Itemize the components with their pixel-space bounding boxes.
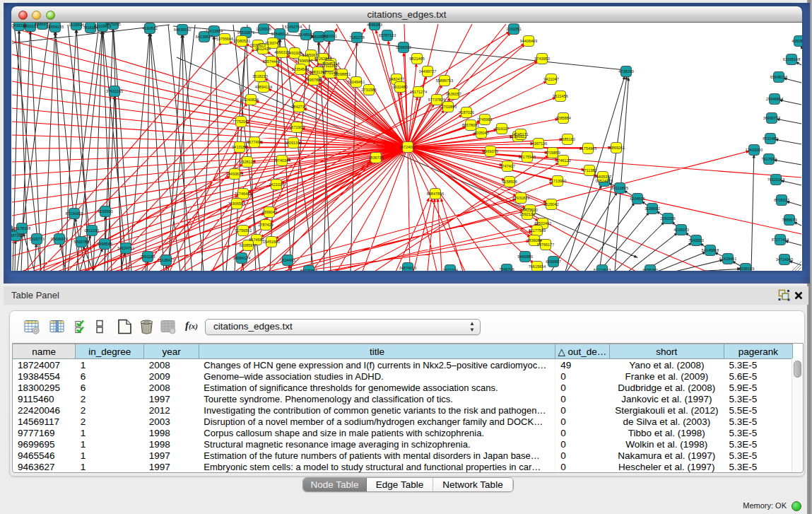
svg-text:4060883: 4060883 (792, 39, 802, 43)
svg-text:61595148: 61595148 (783, 57, 800, 62)
svg-text:34957885: 34957885 (305, 78, 322, 82)
svg-text:7346706: 7346706 (499, 267, 514, 271)
svg-text:7182278: 7182278 (349, 35, 364, 40)
svg-text:1326773: 1326773 (29, 237, 44, 241)
svg-text:8721489: 8721489 (763, 136, 777, 141)
svg-text:76615654: 76615654 (529, 264, 546, 269)
svg-text:29946804: 29946804 (766, 97, 783, 101)
svg-text:3518233: 3518233 (252, 74, 267, 78)
svg-text:3709859: 3709859 (545, 151, 560, 155)
svg-text:2731585: 2731585 (361, 88, 376, 92)
svg-text:57262849: 57262849 (314, 57, 331, 61)
svg-text:4745171: 4745171 (513, 132, 528, 136)
svg-text:28098851: 28098851 (334, 72, 351, 76)
svg-text:55698169: 55698169 (737, 267, 754, 271)
svg-text:81754965: 81754965 (579, 146, 596, 151)
svg-text:9421047: 9421047 (543, 77, 558, 81)
svg-text:4711382: 4711382 (582, 168, 596, 173)
svg-text:86578091: 86578091 (462, 123, 479, 127)
svg-text:9743953: 9743953 (534, 57, 549, 61)
svg-text:8677496: 8677496 (247, 140, 261, 144)
svg-text:00766177: 00766177 (537, 243, 554, 247)
svg-text:27354549: 27354549 (292, 67, 309, 71)
svg-text:71746488: 71746488 (235, 192, 252, 196)
svg-text:79740344: 79740344 (273, 158, 290, 163)
svg-text:60385977: 60385977 (240, 243, 257, 247)
svg-text:7543303: 7543303 (688, 238, 703, 243)
svg-text:72423884: 72423884 (206, 29, 223, 33)
svg-text:74367136: 74367136 (530, 141, 547, 146)
svg-text:80112805: 80112805 (611, 186, 628, 190)
svg-text:9912419: 9912419 (255, 47, 270, 51)
svg-text:6658760: 6658760 (642, 268, 657, 271)
svg-text:77752047: 77752047 (233, 119, 249, 124)
svg-text:2787429: 2787429 (258, 223, 273, 227)
svg-text:56049451: 56049451 (348, 80, 365, 84)
svg-text:8708317: 8708317 (774, 198, 789, 202)
svg-text:69847896: 69847896 (427, 192, 444, 196)
svg-text:7193745: 7193745 (265, 41, 280, 45)
svg-text:81223623: 81223623 (594, 268, 611, 271)
svg-text:37631165: 37631165 (106, 89, 123, 93)
svg-text:6193990: 6193990 (98, 209, 112, 214)
svg-text:3387262: 3387262 (11, 233, 23, 238)
svg-text:15451680: 15451680 (263, 240, 280, 244)
svg-text:1836736: 1836736 (368, 156, 383, 160)
svg-text:13171274: 13171274 (410, 90, 427, 94)
svg-text:34874016: 34874016 (399, 266, 416, 270)
svg-text:4738299: 4738299 (618, 69, 633, 74)
svg-text:17080531: 17080531 (233, 39, 250, 43)
svg-text:55886753: 55886753 (436, 78, 453, 83)
svg-text:2421024: 2421024 (269, 182, 283, 187)
svg-text:65787133: 65787133 (379, 33, 396, 37)
svg-text:5158506: 5158506 (502, 180, 517, 184)
svg-text:1491905: 1491905 (287, 51, 302, 55)
svg-text:0932480: 0932480 (392, 85, 407, 89)
svg-text:5240824: 5240824 (243, 98, 258, 102)
svg-text:65648236: 65648236 (770, 75, 787, 79)
svg-text:9821465: 9821465 (409, 57, 424, 61)
svg-text:51462704: 51462704 (285, 25, 302, 29)
svg-text:6475255: 6475255 (105, 23, 120, 26)
svg-text:34714345: 34714345 (776, 257, 793, 262)
svg-text:0812191: 0812191 (84, 228, 99, 233)
svg-text:18724007: 18724007 (399, 145, 416, 149)
svg-text:87277434: 87277434 (772, 238, 789, 242)
svg-text:1627204: 1627204 (442, 268, 457, 271)
svg-text:4192832: 4192832 (142, 26, 157, 30)
svg-text:9521456: 9521456 (553, 94, 567, 98)
svg-text:7917693: 7917693 (761, 157, 776, 161)
svg-text:4896383: 4896383 (367, 23, 382, 27)
svg-text:82175946: 82175946 (519, 155, 536, 159)
svg-text:3285884: 3285884 (555, 116, 570, 120)
svg-text:1226916: 1226916 (256, 27, 271, 31)
svg-text:71906594: 71906594 (228, 201, 245, 206)
svg-text:6998543: 6998543 (97, 242, 112, 246)
svg-text:96532871: 96532871 (237, 30, 254, 35)
svg-text:1031051: 1031051 (506, 27, 521, 31)
svg-text:3482477: 3482477 (389, 77, 404, 81)
svg-text:31713900: 31713900 (549, 179, 566, 183)
svg-text:4316117: 4316117 (494, 127, 509, 131)
svg-text:7187026: 7187026 (459, 110, 473, 115)
svg-text:4005045: 4005045 (473, 131, 488, 135)
svg-text:02654235: 02654235 (47, 25, 64, 29)
svg-text:4216073: 4216073 (673, 228, 688, 232)
svg-text:85574443: 85574443 (263, 59, 280, 64)
svg-text:02606474: 02606474 (51, 237, 68, 241)
svg-text:01429401: 01429401 (719, 257, 736, 261)
svg-text:64835030: 64835030 (174, 28, 191, 32)
svg-text:3158692: 3158692 (645, 206, 659, 211)
svg-text:53755646: 53755646 (216, 37, 233, 41)
svg-text:9413186: 9413186 (232, 145, 247, 149)
svg-text:87234309: 87234309 (66, 211, 83, 216)
svg-text:1824493: 1824493 (280, 258, 295, 262)
svg-text:67737826: 67737826 (428, 98, 445, 102)
svg-text:54145868: 54145868 (702, 248, 719, 252)
svg-text:1969379: 1969379 (483, 149, 498, 153)
svg-text:6690967: 6690967 (546, 259, 560, 264)
svg-text:1615594: 1615594 (69, 23, 83, 27)
svg-text:34624751: 34624751 (117, 246, 134, 250)
svg-text:64139537: 64139537 (196, 35, 213, 39)
svg-text:5466889: 5466889 (517, 255, 532, 259)
